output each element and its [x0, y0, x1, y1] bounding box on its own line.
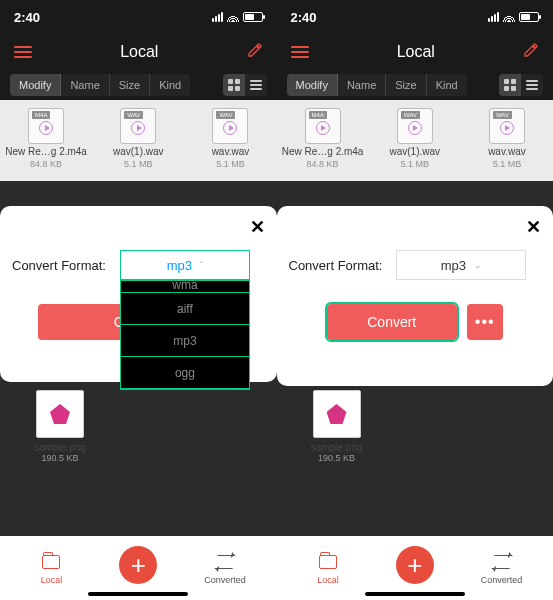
chevron-down-icon: ⌄ [474, 260, 482, 270]
file-item[interactable]: sample.png 190.5 KB [297, 390, 377, 463]
close-icon[interactable]: ✕ [250, 216, 265, 238]
sort-size[interactable]: Size [386, 74, 426, 96]
sort-name[interactable]: Name [338, 74, 386, 96]
convert-icon [491, 555, 512, 569]
file-item[interactable]: sample.png 190.5 KB [20, 390, 100, 463]
sort-kind[interactable]: Kind [427, 74, 467, 96]
view-list-icon[interactable] [521, 74, 543, 96]
format-option-mp3[interactable]: mp3 [121, 325, 249, 357]
close-icon[interactable]: ✕ [526, 216, 541, 238]
tab-label: Converted [204, 575, 246, 585]
sort-modify[interactable]: Modify [10, 74, 61, 96]
sort-kind[interactable]: Kind [150, 74, 190, 96]
tab-converted[interactable]: Converted [190, 551, 260, 585]
menu-icon[interactable] [14, 46, 32, 58]
battery-icon [519, 12, 539, 22]
sort-bar: Modify Name Size Kind [287, 74, 467, 96]
format-option-aiff[interactable]: aiff [121, 293, 249, 325]
home-indicator [365, 592, 465, 596]
nav-title: Local [32, 43, 247, 61]
tab-label: Local [41, 575, 63, 585]
sort-modify[interactable]: Modify [287, 74, 338, 96]
add-button[interactable]: + [396, 546, 434, 584]
status-bar: 2:40 [277, 0, 554, 34]
sample-file-row: sample.png 190.5 KB [277, 390, 554, 463]
signal-icon [212, 12, 223, 22]
sample-file-row: sample.png 190.5 KB [0, 390, 277, 463]
format-selected: mp3 [441, 258, 466, 273]
wifi-icon [503, 10, 515, 25]
home-indicator [88, 592, 188, 596]
tab-label: Converted [481, 575, 523, 585]
edit-icon[interactable] [523, 42, 539, 62]
tab-bar: Local + Converted [0, 536, 277, 600]
status-time: 2:40 [291, 10, 317, 25]
plus-icon: + [131, 552, 146, 578]
sort-bar: Modify Name Size Kind [10, 74, 190, 96]
convert-button[interactable]: Convert [327, 304, 457, 340]
nav-title: Local [309, 43, 524, 61]
sort-name[interactable]: Name [61, 74, 109, 96]
convert-format-label: Convert Format: [289, 258, 383, 273]
signal-icon [488, 12, 499, 22]
folder-icon [319, 555, 337, 569]
convert-modal: ✕ Convert Format: mp3 ˆ wma aiff mp3 ogg… [0, 206, 277, 382]
status-time: 2:40 [14, 10, 40, 25]
format-option-wma[interactable]: wma [121, 281, 249, 293]
convert-icon [215, 555, 236, 569]
format-selected: mp3 [167, 258, 192, 273]
more-button[interactable]: ••• [467, 304, 503, 340]
toolbar: Modify Name Size Kind [0, 70, 277, 100]
plus-icon: + [407, 552, 422, 578]
view-list-icon[interactable] [245, 74, 267, 96]
add-button[interactable]: + [119, 546, 157, 584]
chevron-up-icon: ˆ [200, 260, 203, 270]
tab-local[interactable]: Local [293, 551, 363, 585]
format-select[interactable]: mp3 ⌄ [396, 250, 526, 280]
tab-bar: Local + Converted [277, 536, 554, 600]
tab-local[interactable]: Local [16, 551, 86, 585]
edit-icon[interactable] [247, 42, 263, 62]
tab-converted[interactable]: Converted [467, 551, 537, 585]
nav-bar: Local [277, 34, 554, 70]
view-grid-icon[interactable] [223, 74, 245, 96]
file-size: 190.5 KB [297, 453, 377, 463]
file-size: 190.5 KB [20, 453, 100, 463]
folder-icon [42, 555, 60, 569]
format-option-ogg[interactable]: ogg [121, 357, 249, 389]
file-name: sample.png [20, 442, 100, 453]
image-thumb-icon [313, 390, 361, 438]
battery-icon [243, 12, 263, 22]
convert-format-label: Convert Format: [12, 258, 106, 273]
image-thumb-icon [36, 390, 84, 438]
format-select[interactable]: mp3 ˆ wma aiff mp3 ogg [120, 250, 250, 280]
format-dropdown: wma aiff mp3 ogg [120, 280, 250, 390]
phone-right: 2:40 Local Modify Name Size Kind [277, 0, 554, 600]
phone-left: 2:40 Local Modify Name Size Kind [0, 0, 277, 600]
nav-bar: Local [0, 34, 277, 70]
toolbar: Modify Name Size Kind [277, 70, 554, 100]
convert-modal: ✕ Convert Format: mp3 ⌄ Convert ••• [277, 206, 554, 386]
sort-size[interactable]: Size [110, 74, 150, 96]
file-name: sample.png [297, 442, 377, 453]
wifi-icon [227, 10, 239, 25]
view-grid-icon[interactable] [499, 74, 521, 96]
ellipsis-icon: ••• [475, 313, 495, 331]
status-bar: 2:40 [0, 0, 277, 34]
menu-icon[interactable] [291, 46, 309, 58]
tab-label: Local [317, 575, 339, 585]
